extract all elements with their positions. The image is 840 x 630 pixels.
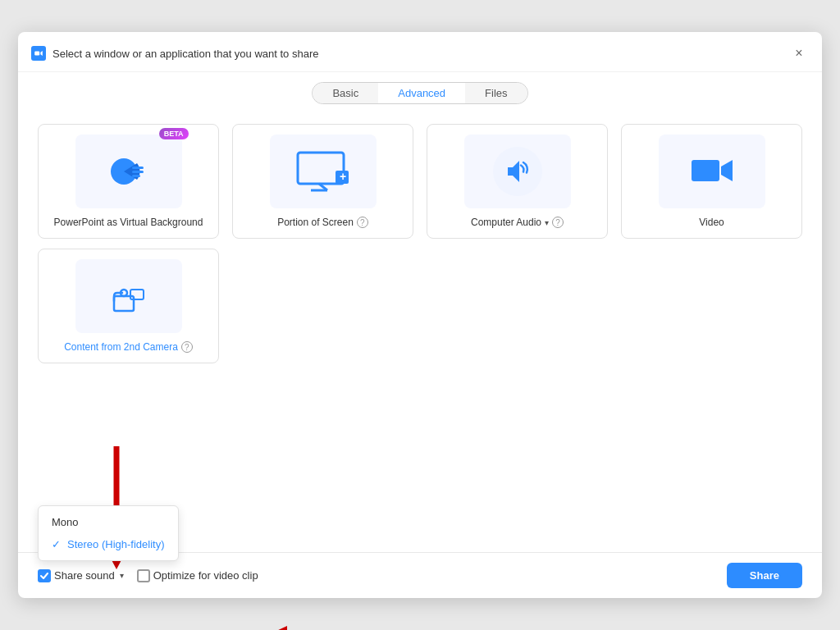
grid-item-camera[interactable]: Content from 2nd Camera ? xyxy=(38,249,219,363)
grid-row-2: Content from 2nd Camera ? xyxy=(18,249,822,363)
svg-text:+: + xyxy=(340,170,346,183)
camera-icon-box xyxy=(75,259,182,333)
mono-label: Mono xyxy=(52,516,79,528)
dropdown-item-stereo[interactable]: ✓ Stereo (High-fidelity) xyxy=(39,533,178,555)
svg-rect-4 xyxy=(132,175,140,177)
svg-rect-3 xyxy=(132,171,144,173)
powerpoint-label: PowerPoint as Virtual Background xyxy=(54,217,203,228)
audio-icon-box xyxy=(464,135,571,208)
stereo-label: Stereo (High-fidelity) xyxy=(67,538,165,550)
portion-icon-box: + xyxy=(270,135,377,208)
tab-group: Basic Advanced Files xyxy=(312,82,527,104)
dropdown-item-mono[interactable]: Mono xyxy=(39,511,178,533)
close-button[interactable]: × xyxy=(789,43,809,63)
tab-basic[interactable]: Basic xyxy=(313,83,378,103)
share-button[interactable]: Share xyxy=(727,563,802,588)
optimize-group: Optimize for video clip xyxy=(137,569,258,582)
portion-help-icon[interactable]: ? xyxy=(357,217,368,228)
portion-label: Portion of Screen ? xyxy=(277,217,368,228)
grid-item-powerpoint[interactable]: BETA PowerPoint as Virtual Background xyxy=(38,124,219,239)
dialog-title: Select a window or an application that y… xyxy=(52,48,783,60)
tab-files[interactable]: Files xyxy=(465,83,527,103)
grid-row-1: BETA PowerPoint as Virtual Background xyxy=(18,114,822,249)
audio-dropdown-arrow[interactable]: ▾ xyxy=(545,218,549,227)
share-sound-group: Share sound ▾ xyxy=(38,569,124,582)
check-mark: ✓ xyxy=(52,538,61,550)
camera-label: Content from 2nd Camera ? xyxy=(64,341,193,353)
optimize-label: Optimize for video clip xyxy=(153,569,258,582)
share-sound-checkbox[interactable] xyxy=(38,569,51,582)
audio-help-icon[interactable]: ? xyxy=(552,217,564,228)
grid-item-video[interactable]: Video xyxy=(621,124,802,239)
share-sound-label: Share sound xyxy=(54,569,115,582)
svg-marker-17 xyxy=(264,626,287,630)
audio-label: Computer Audio ▾ ? xyxy=(471,217,564,228)
grid-item-audio[interactable]: Computer Audio ▾ ? xyxy=(427,124,608,239)
tab-advanced[interactable]: Advanced xyxy=(378,83,465,103)
share-dialog: Select a window or an application that y… xyxy=(18,32,822,598)
camera-help-icon[interactable]: ? xyxy=(181,341,193,353)
svg-rect-0 xyxy=(34,52,39,56)
beta-badge: BETA xyxy=(159,128,189,139)
video-icon-box xyxy=(659,135,765,208)
grid-item-portion[interactable]: + Portion of Screen ? xyxy=(232,124,413,239)
svg-rect-2 xyxy=(132,167,144,169)
tabs-container: Basic Advanced Files xyxy=(18,72,822,114)
powerpoint-icon-box: BETA xyxy=(75,135,182,208)
annotation-arrow-right xyxy=(264,624,395,630)
share-sound-dropdown[interactable]: ▾ xyxy=(120,571,124,580)
zoom-logo xyxy=(31,46,46,61)
video-label: Video xyxy=(699,217,724,228)
svg-point-12 xyxy=(121,290,127,296)
dropdown-menu: Mono ✓ Stereo (High-fidelity) xyxy=(38,505,179,561)
title-bar: Select a window or an application that y… xyxy=(18,32,822,72)
svg-rect-10 xyxy=(692,160,719,181)
svg-rect-13 xyxy=(130,290,144,299)
optimize-checkbox[interactable] xyxy=(137,569,150,582)
